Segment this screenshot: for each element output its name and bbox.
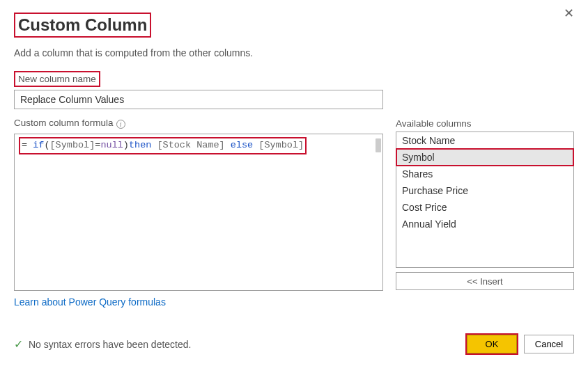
formula-label: Custom column formula xyxy=(14,118,114,128)
dialog-subtitle: Add a column that is computed from the o… xyxy=(14,47,574,58)
formula-token: then xyxy=(129,140,157,150)
cancel-button[interactable]: Cancel xyxy=(524,335,574,353)
dialog-title: Custom Column xyxy=(14,13,151,38)
check-icon: ✓ xyxy=(14,337,23,351)
ok-button[interactable]: OK xyxy=(467,335,517,353)
formula-editor[interactable]: = if([Symbol]=null)then [Stock Name] els… xyxy=(14,134,383,291)
info-icon[interactable]: i xyxy=(116,120,125,129)
insert-button[interactable]: << Insert xyxy=(396,272,574,290)
formula-token: [Symbol] xyxy=(258,140,304,150)
column-item-selected[interactable]: Symbol xyxy=(396,149,573,166)
available-columns-list[interactable]: Stock Name Symbol Shares Purchase Price … xyxy=(396,132,574,268)
close-icon[interactable]: ✕ xyxy=(558,3,580,24)
formula-token: [Symbol] xyxy=(50,140,95,150)
column-item[interactable]: Annual Yield xyxy=(396,216,573,232)
new-column-name-input[interactable] xyxy=(14,90,383,109)
scrollbar[interactable] xyxy=(376,138,381,152)
learn-link[interactable]: Learn about Power Query formulas xyxy=(14,296,166,308)
formula-token: [Stock Name] xyxy=(157,140,224,150)
formula-token: = xyxy=(22,140,33,150)
column-item[interactable]: Stock Name xyxy=(396,132,573,149)
column-item[interactable]: Cost Price xyxy=(396,199,573,216)
formula-token: else xyxy=(225,140,259,150)
new-column-label: New column name xyxy=(14,71,100,87)
available-columns-label: Available columns xyxy=(396,118,472,129)
column-item[interactable]: Shares xyxy=(396,166,573,182)
status-text: No syntax errors have been detected. xyxy=(29,339,191,350)
formula-token: if xyxy=(33,140,44,150)
formula-token: ) xyxy=(123,140,129,150)
column-item[interactable]: Purchase Price xyxy=(396,182,573,199)
formula-token: ( xyxy=(44,140,49,150)
formula-token: null xyxy=(100,140,123,150)
